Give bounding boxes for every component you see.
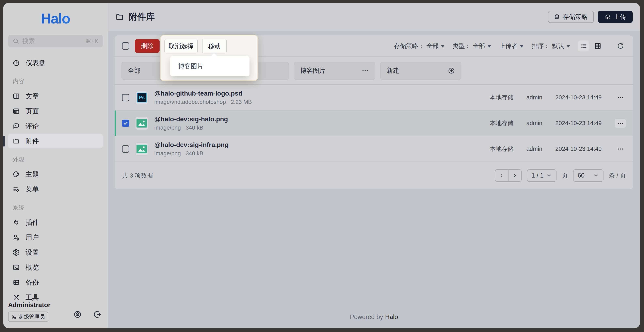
file-storage: 本地存储	[490, 119, 514, 127]
filter-storage-policy[interactable]: 存储策略： 全部	[394, 42, 444, 50]
sidebar-item-label: 主题	[26, 170, 39, 179]
sidebar-user-panel: Administrator 超级管理员	[8, 301, 103, 322]
sidebar-item-users[interactable]: 用户	[8, 230, 103, 245]
ellipsis-icon	[617, 120, 624, 127]
file-thumbnail	[135, 117, 148, 130]
powered-prefix: Powered by	[350, 313, 383, 321]
page-header: 附件库 存储策略 上传	[108, 3, 640, 31]
user-circle-icon[interactable]	[73, 310, 82, 319]
table-row[interactable]: @halo-dev:sig-halo.png image/png 340 kB …	[114, 110, 633, 136]
check-icon	[123, 121, 128, 126]
app-window: Halo ⌘+K 仪表盘 内容 文章 页面	[3, 3, 640, 328]
photoshop-icon: Ps	[137, 93, 146, 102]
ellipsis-icon[interactable]	[362, 67, 369, 74]
next-page-button[interactable]	[508, 170, 521, 181]
filter-value: 全部	[473, 42, 485, 50]
deselect-label: 取消选择	[168, 42, 194, 50]
filter-sort[interactable]: 排序： 默认	[532, 42, 570, 50]
group-tab-create[interactable]: 新建	[380, 62, 461, 80]
upload-label: 上传	[614, 12, 626, 21]
file-name: @halo-dev:sig-halo.png	[154, 115, 228, 123]
row-checkbox[interactable]	[122, 94, 129, 101]
image-icon	[136, 145, 147, 153]
chevron-down-icon	[546, 172, 552, 179]
filter-uploader[interactable]: 上传者	[499, 42, 524, 50]
delete-button[interactable]: 删除	[135, 39, 160, 53]
sidebar-item-overview[interactable]: 概览	[8, 260, 103, 275]
file-time: 2024-10-23 14:49	[555, 94, 602, 101]
file-thumbnail: Ps	[135, 91, 148, 104]
folder-icon	[12, 137, 20, 145]
filter-label: 排序：	[532, 42, 550, 50]
sidebar-section-content: 内容	[8, 77, 103, 85]
sidebar-item-attachments[interactable]: 附件	[8, 134, 103, 148]
table-row[interactable]: Ps @halo-github-team-logo.psd image/vnd.…	[114, 85, 633, 110]
gauge-icon	[12, 59, 20, 67]
pagination-bar: 共 3 项数据 1 / 1	[114, 162, 633, 189]
file-storage: 本地存储	[490, 145, 514, 153]
filter-value: 默认	[552, 42, 564, 50]
file-uploader: admin	[526, 146, 542, 152]
palette-icon	[12, 171, 20, 178]
move-button[interactable]: 移动	[202, 39, 226, 53]
sidebar-item-backup[interactable]: 备份	[8, 275, 103, 290]
filter-value: 全部	[426, 42, 438, 50]
sidebar-item-themes[interactable]: 主题	[8, 167, 103, 181]
upload-button[interactable]: 上传	[598, 11, 633, 23]
file-name: @halo-github-team-logo.psd	[154, 90, 252, 97]
sidebar-item-menus[interactable]: 菜单	[8, 182, 103, 196]
sidebar-item-comments[interactable]: 评论	[8, 119, 103, 133]
filter-label: 上传者	[499, 42, 518, 50]
page-title: 附件库	[115, 11, 155, 23]
file-size: 340 kB	[186, 150, 203, 157]
prev-page-button[interactable]	[495, 170, 508, 181]
caret-down-icon	[441, 45, 444, 49]
chevron-left-icon	[498, 172, 505, 179]
group-tab-blog-images[interactable]: 博客图片	[294, 62, 375, 80]
storage-policy-button[interactable]: 存储策略	[548, 11, 594, 23]
sidebar-nav: 仪表盘 内容 文章 页面 评论 附件 外观 主题	[8, 56, 103, 305]
table-row[interactable]: @halo-dev:sig-infra.png image/png 340 kB…	[114, 136, 633, 162]
select-all-checkbox[interactable]	[122, 42, 129, 50]
filter-label: 存储策略：	[394, 42, 424, 50]
plus-circle-icon	[448, 67, 455, 74]
total-count: 共 3 项数据	[122, 171, 153, 180]
page-size-select[interactable]: 60	[573, 169, 604, 182]
row-more-button[interactable]	[615, 119, 626, 128]
user-gear-icon	[11, 314, 16, 320]
row-more-button[interactable]	[615, 93, 626, 102]
page-title-text: 附件库	[128, 11, 155, 23]
search-box[interactable]: ⌘+K	[8, 35, 103, 47]
list-view-button[interactable]	[578, 40, 589, 51]
file-storage: 本地存储	[490, 93, 514, 102]
file-size: 340 kB	[186, 124, 203, 131]
row-checkbox[interactable]	[122, 120, 129, 127]
sidebar-item-dashboard[interactable]: 仪表盘	[8, 56, 103, 70]
file-name: @halo-dev:sig-infra.png	[154, 141, 229, 149]
powered-brand[interactable]: Halo	[385, 313, 398, 321]
sidebar-item-posts[interactable]: 文章	[8, 89, 103, 103]
gear-icon	[12, 249, 20, 256]
grid-view-button[interactable]	[592, 40, 603, 51]
sidebar-item-settings[interactable]: 设置	[8, 245, 103, 260]
deselect-button[interactable]: 取消选择	[164, 39, 198, 53]
search-shortcut: ⌘+K	[85, 38, 98, 44]
refresh-icon	[617, 42, 624, 50]
row-checkbox[interactable]	[122, 145, 129, 153]
sidebar-item-pages[interactable]: 页面	[8, 104, 103, 118]
search-input[interactable]	[22, 37, 82, 45]
group-tab-label: 新建	[386, 66, 399, 75]
group-tab-label: 全部	[128, 66, 140, 75]
filter-type[interactable]: 类型： 全部	[452, 42, 491, 50]
page-select-value: 1 / 1	[532, 172, 544, 179]
database-icon	[554, 14, 560, 20]
menu-item-blog-images[interactable]: 博客图片	[170, 62, 203, 70]
role-badge-label: 超级管理员	[19, 313, 45, 320]
refresh-button[interactable]	[615, 40, 626, 51]
list-view-icon	[580, 42, 587, 50]
sidebar-item-plugins[interactable]: 插件	[8, 215, 103, 230]
file-uploader: admin	[526, 120, 542, 126]
row-more-button[interactable]	[615, 145, 626, 153]
logout-icon[interactable]	[93, 310, 102, 319]
page-select[interactable]: 1 / 1	[527, 169, 556, 182]
